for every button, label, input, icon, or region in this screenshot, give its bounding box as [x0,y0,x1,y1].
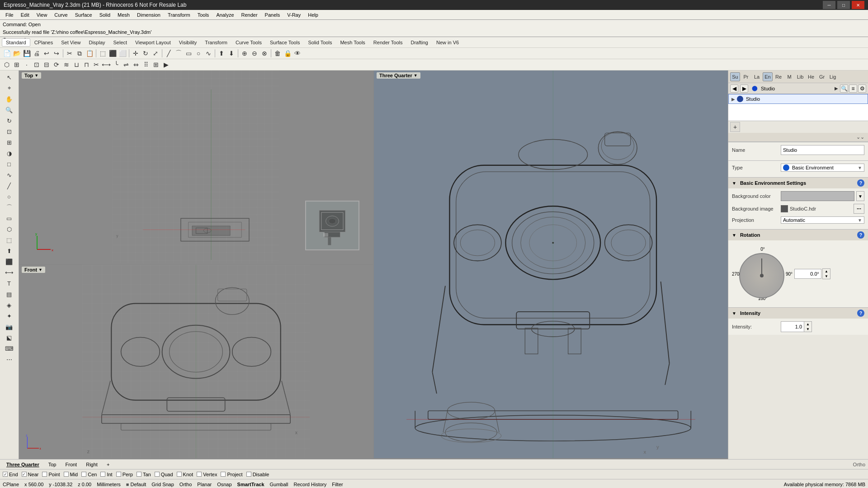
left-tool-light[interactable]: ✦ [1,311,17,321]
snap-tan[interactable]: Tan [137,472,151,477]
tool-copy[interactable]: ⧉ [75,48,85,58]
tab-display[interactable]: Display [85,38,109,47]
tool-boolean-union[interactable]: ⊕ [240,48,250,58]
snap-vertex[interactable]: Vertex [197,472,217,477]
status-grid-snap[interactable]: Grid Snap [151,482,174,487]
snap-project[interactable]: Project [221,472,242,477]
tool-points-off[interactable]: ⊟ [42,60,52,70]
left-tool-camera[interactable]: ⌖ [1,83,17,93]
tool-array[interactable]: ⠿ [141,60,151,70]
tool-snap-toggle[interactable]: ⊞ [12,60,22,70]
left-tool-select-obj[interactable]: ↖ [1,72,17,82]
nav-forward-button[interactable]: ▶ [740,84,748,93]
tool-paste[interactable]: 📋 [85,48,94,58]
tool-match[interactable]: ≋ [61,60,71,70]
left-tool-wire[interactable]: □ [1,159,17,169]
intensity-spin-up[interactable]: ▲ [804,322,811,327]
tab-viewport-layout[interactable]: Viewport Layout [131,38,175,47]
tool-boolean-int[interactable]: ⊗ [259,48,269,58]
tool-mirror[interactable]: ⇔ [131,60,141,70]
rotation-header[interactable]: ▼ Rotation ? [728,230,868,240]
panel-tab-la[interactable]: La [752,72,762,81]
tool-curve[interactable]: ∿ [203,48,213,58]
maximize-button[interactable]: □ [837,1,850,9]
tool-loft[interactable]: ⬇ [226,48,236,58]
status-filter[interactable]: Filter [332,482,343,487]
tool-offset[interactable]: ⇌ [121,60,131,70]
viewport-top[interactable]: Top ▼ [19,70,373,264]
help-icon-rotation[interactable]: ? [857,231,864,239]
vp-tab-front[interactable]: Front [62,461,81,468]
menu-analyze[interactable]: Analyze [212,11,237,19]
viewport-front[interactable]: Front ▼ [19,265,373,458]
close-button[interactable]: ✕ [852,1,864,9]
status-ortho[interactable]: Ortho [179,482,192,487]
tool-group[interactable]: ⊞ [151,60,161,70]
tab-solid-tools[interactable]: Solid Tools [304,38,336,47]
snap-point[interactable]: Point [42,472,60,477]
left-tool-hatch[interactable]: ▤ [1,289,17,299]
tool-cut[interactable]: ✂ [65,48,75,58]
left-tool-script[interactable]: ⌨ [1,343,17,353]
nav-list-button[interactable]: ≡ [849,84,857,93]
tab-mesh-tools[interactable]: Mesh Tools [336,38,369,47]
left-tool-dimension[interactable]: ⟷ [1,267,17,277]
tab-visibility[interactable]: Visibility [175,38,201,47]
name-input[interactable] [781,145,864,155]
rotation-value-input[interactable] [794,269,821,279]
panel-tab-gr[interactable]: Gr [817,72,827,81]
viewport-top-label[interactable]: Top ▼ [22,72,41,79]
left-tool-rect[interactable]: ▭ [1,213,17,223]
left-tool-arc[interactable]: ⌒ [1,202,17,212]
menu-file[interactable]: File [2,11,17,19]
left-tool-dots[interactable]: ⋯ [1,354,17,364]
intensity-spin-down[interactable]: ▼ [804,327,811,332]
left-tool-shade[interactable]: ◑ [1,148,17,158]
panel-tab-lib[interactable]: Lib [795,72,805,81]
tool-sphere[interactable]: ○ [193,48,203,58]
projection-dropdown-icon[interactable]: ▼ [858,218,862,223]
tab-new-in-v6[interactable]: New in V6 [432,38,463,47]
vp-tab-top[interactable]: Top [45,461,60,468]
type-dropdown-icon[interactable]: ▼ [858,165,862,170]
menu-view[interactable]: View [33,11,51,19]
tool-deselect[interactable]: ⬜ [118,48,127,58]
tool-scale[interactable]: ⤢ [151,48,160,58]
snap-mid[interactable]: Mid [64,472,78,477]
left-tool-curve-tool[interactable]: ∿ [1,170,17,180]
tab-drafting[interactable]: Drafting [406,38,432,47]
tool-osnap[interactable]: ⬡ [2,60,12,70]
tool-lock[interactable]: 🔒 [283,48,292,58]
rotation-spin-down[interactable]: ▼ [823,274,830,279]
snap-disable[interactable]: Disable [246,472,269,477]
tool-join[interactable]: ⊔ [71,60,81,70]
tool-explode[interactable]: ⊓ [81,60,91,70]
snap-quad[interactable]: Quad [155,472,173,477]
menu-edit[interactable]: Edit [17,11,33,19]
tool-boolean-diff[interactable]: ⊖ [250,48,259,58]
tab-transform[interactable]: Transform [201,38,231,47]
tool-save[interactable]: 💾 [22,48,32,58]
tool-rotate[interactable]: ↻ [141,48,151,58]
tab-cplanes[interactable]: CPlanes [30,38,57,47]
left-tool-circle[interactable]: ○ [1,192,17,202]
nav-settings-button[interactable]: ⚙ [858,84,866,93]
left-tool-solid-box[interactable]: ⬛ [1,257,17,267]
left-tool-polygon[interactable]: ⬡ [1,224,17,234]
menu-render[interactable]: Render [238,11,261,19]
tool-point[interactable]: · [22,60,32,70]
left-tool-zoom[interactable]: 🔍 [1,105,17,115]
tool-delete[interactable]: 🗑 [273,48,283,58]
left-tool-pan[interactable]: ✋ [1,94,17,104]
tool-box[interactable]: ▭ [184,48,193,58]
tool-open[interactable]: 📂 [12,48,22,58]
snap-int[interactable]: Int [100,472,112,477]
intensity-value-input[interactable] [781,322,804,332]
menu-curve[interactable]: Curve [51,11,71,19]
left-tool-text[interactable]: T [1,278,17,288]
left-tool-camera2[interactable]: 📷 [1,322,17,332]
panel-tab-re[interactable]: Re [774,72,783,81]
tool-extend[interactable]: ⟷ [101,60,111,70]
tool-extrude[interactable]: ⬆ [217,48,226,58]
status-osnap[interactable]: Osnap [217,482,231,487]
